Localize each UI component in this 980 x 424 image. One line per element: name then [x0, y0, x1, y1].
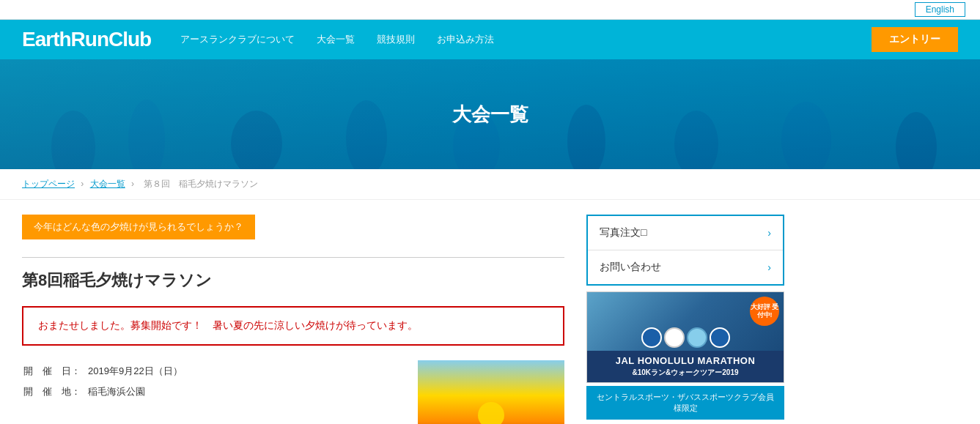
jal-ad-image: 大好評 受付中!: [587, 292, 784, 351]
nav-item-apply[interactable]: お申込み方法: [437, 33, 494, 46]
jal-title-sub: &10Kラン&ウォークツアー2019: [592, 368, 779, 378]
sidebar-item-photo[interactable]: 写真注文□ ›: [588, 216, 783, 250]
hero-banner: 大会一覧: [0, 59, 980, 169]
main-layout: 今年はどんな色の夕焼けが見られるでしょうか？ 第8回稲毛夕焼けマラソン おまたせ…: [0, 200, 806, 424]
jal-honolulu-title: JAL HONOLULU MARATHON &10Kラン&ウォークツアー2019: [587, 351, 784, 382]
sidebar: 写真注文□ › お問い合わせ › 大好評 受付中!: [586, 215, 784, 424]
message-text: おまたせしました。募集開始です！ 暑い夏の先に涼しい夕焼けが待っています。: [38, 319, 548, 332]
language-bar: English: [0, 0, 980, 20]
detail-value-location: 稲毛海浜公園: [88, 382, 188, 401]
event-info-table: 開 催 日： 2019年9月22日（日） 開 催 地： 稲毛海浜公園: [22, 360, 190, 403]
person-avatar-1: [641, 327, 662, 348]
sidebar-ad2[interactable]: セントラルスポーツ・ザバススポーツクラブ会員様限定: [586, 386, 784, 420]
photo-order-label: 写真注文□: [600, 226, 646, 239]
ad-people: [641, 327, 730, 351]
person-avatar-3: [687, 327, 707, 348]
breadcrumb-current: 第８回 稲毛夕焼けマラソン: [144, 179, 258, 189]
nav-item-rules[interactable]: 競技規則: [377, 33, 415, 46]
nav-item-events[interactable]: 大会一覧: [317, 33, 355, 46]
ad-badge-text: 大好評 受付中!: [750, 303, 779, 319]
logo[interactable]: EarthRunClub: [22, 28, 151, 51]
event-info: 開 催 日： 2019年9月22日（日） 開 催 地： 稲毛海浜公園: [22, 360, 403, 424]
person-avatar-4: [710, 327, 730, 348]
detail-label-date: 開 催 日：: [23, 362, 86, 381]
header: EarthRunClub アースランクラブについて 大会一覧 競技規則 お申込み…: [0, 20, 980, 59]
event-image: [418, 360, 564, 424]
chevron-right-icon: ›: [767, 227, 771, 239]
nav-item-about[interactable]: アースランクラブについて: [180, 33, 295, 46]
event-title: 第8回稲毛夕焼けマラソン: [22, 269, 564, 291]
breadcrumb-separator-1: ›: [81, 179, 84, 189]
detail-value-date: 2019年9月22日（日）: [88, 362, 188, 381]
announcement-bar: 今年はどんな色の夕焼けが見られるでしょうか？: [22, 215, 255, 239]
nav: アースランクラブについて 大会一覧 競技規則 お申込み方法 エントリー: [180, 27, 958, 52]
english-button[interactable]: English: [915, 2, 965, 17]
chevron-right-icon-2: ›: [767, 261, 771, 273]
content-area: 今年はどんな色の夕焼けが見られるでしょうか？ 第8回稲毛夕焼けマラソン おまたせ…: [22, 215, 564, 424]
table-row: 開 催 地： 稲毛海浜公園: [23, 382, 188, 401]
ad-badge: 大好評 受付中!: [750, 297, 779, 326]
sidebar-links-box: 写真注文□ › お問い合わせ ›: [586, 215, 784, 286]
person-avatar-2: [664, 327, 685, 348]
jal-ad-container[interactable]: 大好評 受付中! JAL HONOLULU MARATHON &10Kラン&ウォ…: [586, 291, 784, 383]
hero-title: 大会一覧: [452, 102, 528, 127]
contact-label: お問い合わせ: [600, 261, 661, 274]
breadcrumb-separator-2: ›: [131, 179, 134, 189]
message-box: おまたせしました。募集開始です！ 暑い夏の先に涼しい夕焼けが待っています。: [22, 306, 564, 346]
entry-button[interactable]: エントリー: [872, 27, 958, 52]
section-divider: [22, 257, 564, 258]
event-details: 開 催 日： 2019年9月22日（日） 開 催 地： 稲毛海浜公園: [22, 360, 564, 424]
sidebar-item-contact[interactable]: お問い合わせ ›: [588, 250, 783, 284]
table-row: 開 催 日： 2019年9月22日（日）: [23, 362, 188, 381]
jal-title-main: JAL HONOLULU MARATHON: [592, 355, 779, 366]
detail-label-location: 開 催 地：: [23, 382, 86, 401]
breadcrumb-events-link[interactable]: 大会一覧: [90, 179, 125, 189]
breadcrumb-home-link[interactable]: トップページ: [22, 179, 75, 189]
breadcrumb: トップページ › 大会一覧 › 第８回 稲毛夕焼けマラソン: [0, 169, 980, 200]
